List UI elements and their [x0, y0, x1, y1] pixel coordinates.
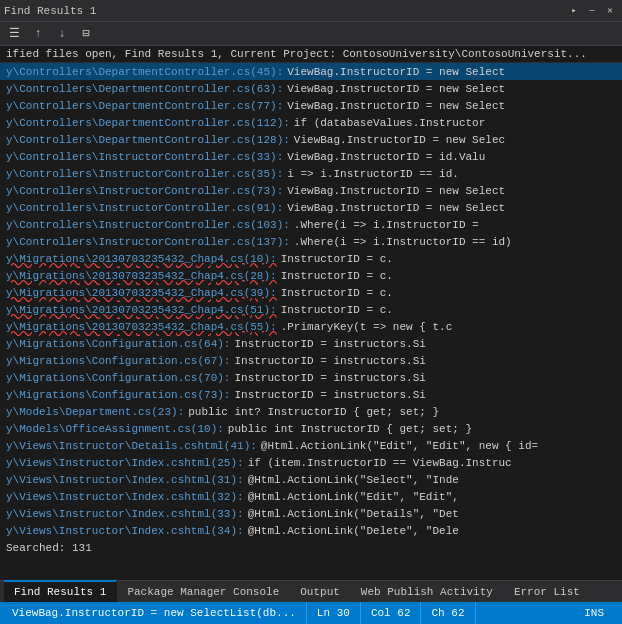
col-indicator: Col 62 — [361, 602, 422, 624]
title-bar-left: Find Results 1 — [4, 5, 102, 17]
mode-indicator: INS — [574, 602, 614, 624]
table-row[interactable]: y\Controllers\InstructorController.cs(73… — [0, 182, 622, 199]
table-row[interactable]: y\Migrations\20130703235432_Chap4.cs(55)… — [0, 318, 622, 335]
list-icon[interactable]: ☰ — [4, 25, 24, 43]
table-row[interactable]: y\Controllers\DepartmentController.cs(63… — [0, 80, 622, 97]
close-button[interactable]: ✕ — [602, 3, 618, 19]
table-row[interactable]: y\Controllers\InstructorController.cs(33… — [0, 148, 622, 165]
table-row[interactable]: y\Views\Instructor\Index.cshtml(33): @Ht… — [0, 505, 622, 522]
table-row[interactable]: y\Migrations\20130703235432_Chap4.cs(28)… — [0, 267, 622, 284]
title-bar: Find Results 1 ▸ — ✕ — [0, 0, 622, 22]
sort-desc-icon[interactable]: ↓ — [52, 25, 72, 43]
pin-button[interactable]: ▸ — [566, 3, 582, 19]
table-row[interactable]: y\Controllers\DepartmentController.cs(45… — [0, 63, 622, 80]
line-indicator: Ln 30 — [307, 602, 361, 624]
table-row[interactable]: Searched: 131 — [0, 539, 622, 556]
table-row[interactable]: y\Controllers\InstructorController.cs(35… — [0, 165, 622, 182]
bottom-tab-web-publish-activity[interactable]: Web Publish Activity — [351, 581, 504, 603]
filter-icon[interactable]: ⊟ — [76, 25, 96, 43]
table-row[interactable]: y\Controllers\InstructorController.cs(13… — [0, 233, 622, 250]
table-row[interactable]: y\Views\Instructor\Index.cshtml(32): @Ht… — [0, 488, 622, 505]
table-row[interactable]: y\Migrations\20130703235432_Chap4.cs(51)… — [0, 301, 622, 318]
table-row[interactable]: y\Models\OfficeAssignment.cs(10): public… — [0, 420, 622, 437]
title-controls[interactable]: ▸ — ✕ — [566, 3, 618, 19]
table-row[interactable]: y\Views\Instructor\Index.cshtml(31): @Ht… — [0, 471, 622, 488]
table-row[interactable]: y\Migrations\Configuration.cs(64): Instr… — [0, 335, 622, 352]
table-row[interactable]: y\Migrations\Configuration.cs(73): Instr… — [0, 386, 622, 403]
table-row[interactable]: y\Migrations\Configuration.cs(70): Instr… — [0, 369, 622, 386]
ch-indicator: Ch 62 — [421, 602, 475, 624]
title-bar-title: Find Results 1 — [4, 5, 96, 17]
table-row[interactable]: y\Views\Instructor\Details.cshtml(41): @… — [0, 437, 622, 454]
minimize-button[interactable]: — — [584, 3, 600, 19]
table-row[interactable]: y\Controllers\DepartmentController.cs(11… — [0, 114, 622, 131]
table-row[interactable]: y\Migrations\20130703235432_Chap4.cs(39)… — [0, 284, 622, 301]
table-row[interactable]: y\Controllers\DepartmentController.cs(77… — [0, 97, 622, 114]
status-bar: ViewBag.InstructorID = new SelectList(db… — [0, 602, 622, 624]
results-list[interactable]: y\Controllers\DepartmentController.cs(45… — [0, 63, 622, 580]
bottom-tabs: Find Results 1Package Manager ConsoleOut… — [0, 580, 622, 602]
bottom-tab-error-list[interactable]: Error List — [504, 581, 591, 603]
table-row[interactable]: y\Models\Department.cs(23): public int? … — [0, 403, 622, 420]
code-preview: ViewBag.InstructorID = new SelectList(db… — [8, 602, 307, 624]
toolbar: ☰ ↑ ↓ ⊟ — [0, 22, 622, 46]
bottom-tab-find-results-1[interactable]: Find Results 1 — [4, 580, 117, 602]
table-row[interactable]: y\Controllers\DepartmentController.cs(12… — [0, 131, 622, 148]
table-row[interactable]: y\Controllers\InstructorController.cs(91… — [0, 199, 622, 216]
table-row[interactable]: y\Migrations\20130703235432_Chap4.cs(10)… — [0, 250, 622, 267]
content-area: ified files open, Find Results 1, Curren… — [0, 46, 622, 580]
sort-asc-icon[interactable]: ↑ — [28, 25, 48, 43]
bottom-tab-output[interactable]: Output — [290, 581, 351, 603]
table-row[interactable]: y\Controllers\InstructorController.cs(10… — [0, 216, 622, 233]
table-row[interactable]: y\Views\Instructor\Index.cshtml(34): @Ht… — [0, 522, 622, 539]
table-row[interactable]: y\Views\Instructor\Index.cshtml(25): if … — [0, 454, 622, 471]
table-row[interactable]: y\Migrations\Configuration.cs(67): Instr… — [0, 352, 622, 369]
info-line: ified files open, Find Results 1, Curren… — [0, 46, 622, 63]
bottom-tab-package-manager-console[interactable]: Package Manager Console — [117, 581, 290, 603]
